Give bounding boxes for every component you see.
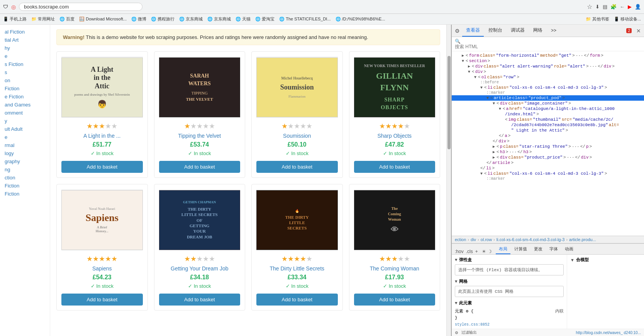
sidebar-item-e-fiction[interactable]: e Fiction	[0, 93, 50, 101]
bookmark-item[interactable]: 🪟 Download Microsoft...	[79, 17, 127, 22]
collapse-arrow-11[interactable]: ▼	[499, 107, 501, 111]
bookmark-item[interactable]: 🌐 The STATICFILES_DI...	[279, 17, 330, 22]
book-title-6[interactable]: Getting Your Dream Job	[159, 265, 241, 272]
bookmark-item[interactable]: 🌐 天猫	[236, 16, 251, 22]
sidebar-item-logy[interactable]: logy	[0, 149, 50, 157]
grid-collapse-arrow[interactable]: ▼	[455, 279, 458, 284]
collapse-arrow-4[interactable]: ▼	[468, 70, 470, 74]
bookmark-item[interactable]: 🌐 爱淘宝	[255, 16, 275, 22]
css-source[interactable]: styles.css:8852	[455, 322, 490, 327]
box-collapse-arrow[interactable]: ▼	[570, 258, 575, 262]
add-to-basket-button-4[interactable]: Add to basket	[354, 161, 436, 173]
bookmark-item[interactable]: 🌐 京东商城	[207, 16, 231, 22]
sidebar-item-y[interactable]: y	[0, 117, 50, 125]
book-title-7[interactable]: The Dirty Little Secrets	[256, 265, 338, 272]
book-title-5[interactable]: Sapiens	[61, 265, 143, 272]
breadcrumb-item-3[interactable]: ol.row	[481, 237, 492, 242]
add-to-basket-button-7[interactable]: Add to basket	[256, 294, 338, 306]
collapse-arrow[interactable]: ▶	[462, 53, 464, 58]
breadcrumb-item-1[interactable]: ection	[455, 237, 466, 242]
sidebar-item-fiction2[interactable]: Fiction	[0, 182, 50, 190]
collapse-arrow-16[interactable]: ▶	[493, 150, 495, 154]
collapse-arrow-5[interactable]: ▼	[474, 75, 476, 79]
css-add-btn[interactable]: +	[475, 249, 478, 254]
sidebar-item-s-fiction[interactable]: s Fiction	[0, 60, 50, 68]
extension-icon[interactable]: 🧩	[610, 4, 617, 10]
profile-icon[interactable]: 👤	[635, 4, 641, 10]
sidebar-item-on[interactable]: on	[0, 76, 50, 84]
flex-collapse-arrow[interactable]: ▼	[455, 258, 458, 262]
bookmark-item[interactable]: 📱 移动设备...	[614, 16, 641, 22]
bookmark-item[interactable]: 📁 常用网址	[31, 16, 55, 22]
download-icon[interactable]: ⬇	[595, 4, 600, 10]
css-tab-changes[interactable]: 更改	[531, 245, 546, 254]
css-tab-animation[interactable]: 动画	[562, 245, 576, 254]
add-to-basket-button-1[interactable]: Add to basket	[61, 161, 143, 173]
breadcrumb-item-5[interactable]: article.produ...	[569, 237, 596, 242]
add-to-basket-button-8[interactable]: Add to basket	[354, 294, 436, 306]
collapse-arrow-20[interactable]: ▼	[480, 172, 483, 176]
collapse-arrow-9[interactable]: ▼	[486, 96, 489, 100]
youtube-icon[interactable]: ▶	[628, 4, 632, 10]
tabs-icon[interactable]: ▤	[603, 4, 607, 10]
bookmark-item[interactable]: 📁 其他书签	[586, 16, 609, 22]
bookmark-item[interactable]: 🌐 微博	[131, 16, 146, 22]
sidebar-item-ng[interactable]: ng	[0, 165, 50, 174]
collapse-arrow-10[interactable]: ▼	[493, 101, 495, 106]
scrollbar[interactable]	[446, 25, 451, 336]
url-bar[interactable]: books.toscrape.com	[19, 3, 142, 11]
sidebar-item-graphy[interactable]: graphy	[0, 157, 50, 165]
scrollbar-thumb[interactable]	[447, 56, 451, 149]
collapse-arrow-17[interactable]: ▶	[493, 155, 495, 160]
devtools-tab-debugger[interactable]: 调试器	[507, 25, 529, 37]
devtools-tab-inspector[interactable]: 查看器	[462, 25, 484, 37]
devtools-tab-network[interactable]: 网络	[529, 25, 546, 37]
css-tab-font[interactable]: 字体	[546, 245, 561, 254]
collapse-arrow-7[interactable]: ▼	[480, 86, 483, 90]
devtools-tab-console[interactable]: 控制台	[485, 25, 506, 37]
sidebar-item-tial-art[interactable]: tial Art	[0, 36, 50, 44]
sun-icon[interactable]: ☀	[482, 249, 486, 254]
bottom-link[interactable]: http://blog.csdn.net/waves_ d240:10...	[576, 331, 641, 335]
devtools-settings-icon[interactable]: ✕	[636, 28, 641, 34]
tree-line-9-highlighted[interactable]: ▼ <article class="product_pod">	[452, 95, 644, 101]
back-icon[interactable]: ←	[620, 4, 625, 10]
sidebar-item-rmal[interactable]: rmal	[0, 141, 50, 149]
add-to-basket-button-6[interactable]: Add to basket	[159, 294, 241, 306]
bookmark-item[interactable]: 📱 手机上路	[3, 16, 27, 22]
devtools-tab-more[interactable]: >>	[547, 25, 560, 36]
sidebar-item-ction[interactable]: ction	[0, 174, 50, 182]
sidebar-item-fiction1[interactable]: Fiction	[0, 84, 50, 93]
book-title-4[interactable]: Sharp Objects	[354, 133, 436, 139]
book-title-2[interactable]: Tipping the Velvet	[159, 133, 241, 139]
css-hov-btn[interactable]: :hov	[455, 249, 464, 254]
breadcrumb-item-2[interactable]: div	[471, 237, 476, 242]
breadcrumb-item-4[interactable]: li.col-xs-6.col-sm-4.col-md-3.col-lg-3	[497, 237, 565, 242]
sidebar-item-hy[interactable]: hy	[0, 44, 50, 52]
sidebar-item-e2[interactable]: e	[0, 133, 50, 141]
sidebar-item-e[interactable]: e	[0, 52, 50, 60]
sidebar-item-ult-adult[interactable]: ult Adult	[0, 125, 50, 133]
css-tab-layout[interactable]: 布局	[496, 245, 510, 254]
filter-output-label[interactable]: 过滤输出	[461, 330, 477, 335]
add-to-basket-button-5[interactable]: Add to basket	[61, 294, 143, 306]
add-to-basket-button-2[interactable]: Add to basket	[159, 161, 241, 173]
devtools-tools-icon[interactable]: ⚙	[455, 28, 460, 34]
sidebar-item-and-games[interactable]: and Games	[0, 101, 50, 109]
element-collapse-arrow[interactable]: ▼	[455, 301, 458, 306]
bookmark-item[interactable]: 🌐 携程旅行	[151, 16, 175, 22]
sidebar-item-omment[interactable]: omment	[0, 109, 50, 117]
sidebar-item-s[interactable]: s	[0, 68, 50, 76]
bookmark-item[interactable]: 🌐 京东商城	[179, 16, 203, 22]
book-title-1[interactable]: A Light in the ...	[61, 133, 143, 139]
collapse-arrow-2[interactable]: ▼	[462, 59, 464, 63]
collapse-arrow-15[interactable]: ▶	[493, 144, 495, 149]
book-title-3[interactable]: Soumission	[256, 133, 338, 139]
book-title-8[interactable]: The Coming Woman	[354, 265, 436, 272]
sidebar-item-al-fiction[interactable]: al Fiction	[0, 28, 50, 36]
bookmark-item[interactable]: 🌐 百度	[59, 16, 75, 22]
css-cls-btn[interactable]: .cls	[466, 249, 473, 254]
add-to-basket-button-3[interactable]: Add to basket	[256, 161, 338, 173]
bookmark-icon[interactable]: ☆	[587, 3, 592, 10]
collapse-arrow-3[interactable]: ▶	[468, 64, 470, 69]
